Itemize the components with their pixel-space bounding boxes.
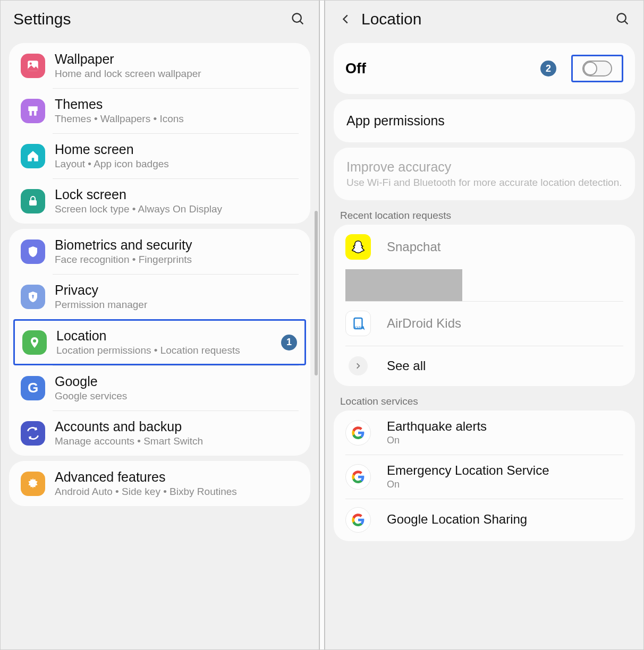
step-badge-1: 1	[281, 335, 297, 350]
google-g-icon	[345, 420, 371, 446]
svg-point-3	[30, 62, 32, 64]
accounts-icon	[21, 421, 45, 446]
settings-group-2: Biometrics and security Face recognition…	[9, 229, 310, 456]
location-switch[interactable]	[582, 61, 612, 76]
app-permissions-row[interactable]: App permissions	[334, 99, 635, 142]
search-icon[interactable]	[615, 11, 631, 27]
item-title: Wallpaper	[55, 52, 299, 67]
settings-item-privacy[interactable]: Privacy Permission manager	[9, 274, 310, 319]
settings-item-google[interactable]: G Google Google services	[9, 365, 310, 410]
recent-requests-label: Recent location requests	[340, 210, 629, 221]
home-icon	[21, 144, 45, 168]
location-pane: Location Off 2 App permissions Improve a…	[325, 1, 643, 649]
google-g-icon	[345, 507, 371, 533]
location-services-label: Location services	[340, 396, 629, 407]
settings-item-location[interactable]: Location Location permissions • Location…	[13, 319, 306, 365]
location-header: Location	[325, 1, 643, 38]
settings-group-1: Wallpaper Home and lock screen wallpaper…	[9, 43, 310, 224]
chevron-right-icon	[349, 356, 368, 375]
svg-line-1	[300, 21, 303, 24]
google-g-icon	[345, 464, 371, 490]
back-icon[interactable]	[338, 11, 354, 27]
improve-accuracy-row: Improve accuracy Use Wi-Fi and Bluetooth…	[334, 148, 635, 200]
privacy-icon	[21, 285, 45, 309]
search-icon[interactable]	[290, 11, 306, 27]
see-all-row[interactable]: See all	[334, 346, 635, 386]
themes-icon	[21, 99, 45, 123]
location-toggle-row: Off 2	[334, 43, 635, 94]
settings-item-wallpaper[interactable]: Wallpaper Home and lock screen wallpaper	[9, 43, 310, 88]
recent-app-redacted[interactable]	[334, 269, 635, 301]
pane-divider	[319, 1, 325, 649]
gear-icon	[21, 472, 45, 496]
service-earthquake[interactable]: Earthquake alerts On	[334, 410, 635, 455]
svg-point-9	[617, 14, 626, 22]
location-services-card: Earthquake alerts On Emergency Location …	[334, 410, 635, 541]
wallpaper-icon	[21, 54, 45, 78]
svg-line-10	[625, 21, 628, 24]
settings-pane: Settings Wallpaper Home and lock screen …	[1, 1, 319, 649]
service-emergency[interactable]: Emergency Location Service On	[334, 455, 635, 499]
settings-item-biometrics[interactable]: Biometrics and security Face recognition…	[9, 229, 310, 274]
lock-icon	[21, 189, 45, 213]
item-sub: Home and lock screen wallpaper	[55, 68, 299, 80]
svg-rect-6	[32, 296, 33, 298]
settings-group-3: Advanced features Android Auto • Side ke…	[9, 461, 310, 506]
scrollbar[interactable]	[315, 211, 318, 375]
recent-requests-card: Snapchat Kids AirDroid Kids See all	[334, 225, 635, 386]
google-icon: G	[21, 376, 45, 400]
toggle-label: Off	[345, 61, 535, 77]
settings-item-lock-screen[interactable]: Lock screen Screen lock type • Always On…	[9, 178, 310, 224]
shield-icon	[21, 240, 45, 264]
recent-app-airdroid[interactable]: Kids AirDroid Kids	[334, 301, 635, 346]
service-location-sharing[interactable]: Google Location Sharing	[334, 499, 635, 541]
recent-app-snapchat[interactable]: Snapchat	[334, 225, 635, 269]
svg-point-7	[33, 339, 36, 343]
location-title: Location	[361, 10, 615, 28]
location-icon	[22, 330, 47, 355]
svg-rect-4	[29, 200, 37, 206]
step-badge-2: 2	[540, 61, 556, 76]
settings-item-home-screen[interactable]: Home screen Layout • App icon badges	[9, 133, 310, 178]
settings-title: Settings	[13, 10, 290, 28]
snapchat-icon	[345, 234, 371, 260]
toggle-highlight	[571, 55, 623, 82]
settings-item-themes[interactable]: Themes Themes • Wallpapers • Icons	[9, 88, 310, 133]
svg-point-0	[293, 14, 301, 22]
airdroid-icon: Kids	[345, 311, 371, 336]
settings-item-accounts[interactable]: Accounts and backup Manage accounts • Sm…	[9, 410, 310, 456]
settings-header: Settings	[1, 1, 319, 38]
redacted-block	[345, 269, 462, 301]
settings-item-advanced[interactable]: Advanced features Android Auto • Side ke…	[9, 461, 310, 506]
